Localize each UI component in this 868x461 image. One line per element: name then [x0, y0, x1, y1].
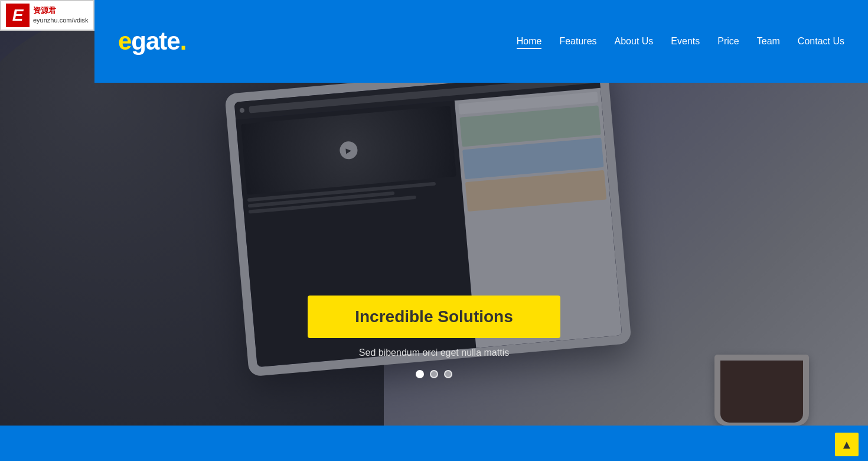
watermark-title: 资源君	[33, 6, 89, 16]
nav-events[interactable]: Events	[671, 34, 700, 49]
bottom-bar	[0, 426, 868, 461]
hero-subtitle: Sed bibendum orci eget nulla mattis	[359, 348, 509, 358]
logo-dot: .	[180, 27, 187, 55]
logo-main: gate	[131, 27, 180, 55]
carousel-dots	[416, 370, 452, 378]
watermark-text: 资源君 eyunzhu.com/vdisk	[33, 6, 89, 24]
watermark: E 资源君 eyunzhu.com/vdisk	[0, 0, 94, 31]
logo-text: egate.	[118, 27, 186, 56]
logo-prefix: e	[118, 27, 131, 55]
carousel-dot-3[interactable]	[444, 370, 452, 378]
scroll-top-button[interactable]: ▲	[835, 433, 859, 456]
hero-cta-button[interactable]: Incredible Solutions	[308, 296, 560, 338]
scroll-top-icon: ▲	[841, 438, 853, 452]
carousel-dot-1[interactable]	[416, 370, 424, 378]
nav-features[interactable]: Features	[559, 34, 596, 49]
hero-content: Incredible Solutions Sed bibendum orci e…	[308, 296, 560, 378]
watermark-logo-e: E	[6, 4, 30, 27]
header: egate. Home Features About Us Events Pri…	[94, 0, 868, 83]
nav-home[interactable]: Home	[517, 34, 542, 49]
carousel-dot-2[interactable]	[430, 370, 438, 378]
logo[interactable]: egate.	[118, 27, 186, 56]
nav-about[interactable]: About Us	[615, 34, 654, 49]
watermark-subtitle: eyunzhu.com/vdisk	[33, 16, 89, 24]
nav-price[interactable]: Price	[717, 34, 739, 49]
main-nav: Home Features About Us Events Price Team…	[517, 34, 844, 49]
nav-team[interactable]: Team	[757, 34, 780, 49]
nav-contact[interactable]: Contact Us	[798, 34, 844, 49]
